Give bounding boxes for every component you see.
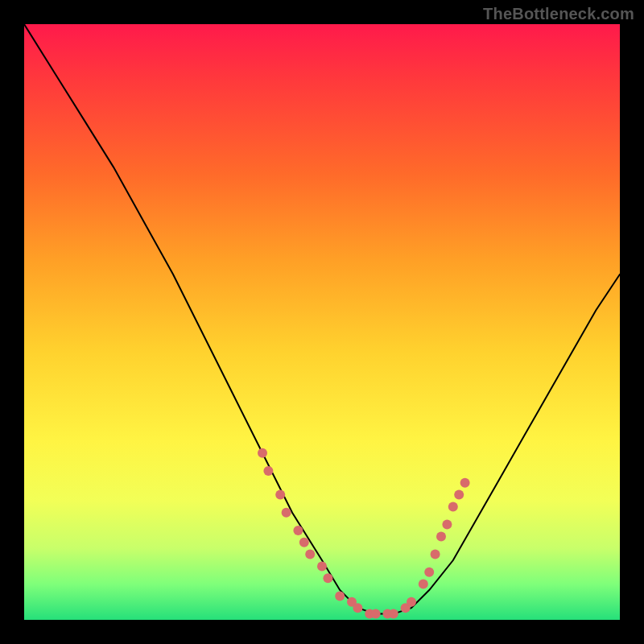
plot-area [24,24,620,620]
curve-line [24,24,620,614]
data-point [431,550,440,559]
data-point [454,490,464,500]
data-point [442,520,452,530]
data-point [299,538,309,547]
data-point [424,568,434,577]
chart-frame: TheBottleneck.com [0,0,644,644]
data-point [389,609,398,619]
chart-svg [24,24,620,620]
data-point [323,573,332,583]
data-point [419,580,428,589]
data-point [371,609,381,619]
data-point [460,478,470,488]
data-point [275,490,285,500]
data-point [317,561,327,571]
data-point [293,526,303,535]
data-point [258,448,267,458]
data-point [407,597,416,607]
data-point [353,603,362,613]
data-point [448,502,458,511]
data-point [436,531,446,541]
watermark-text: TheBottleneck.com [483,5,634,23]
data-point [263,466,273,476]
data-point [335,591,345,601]
data-point [282,508,291,518]
data-point [305,550,315,559]
